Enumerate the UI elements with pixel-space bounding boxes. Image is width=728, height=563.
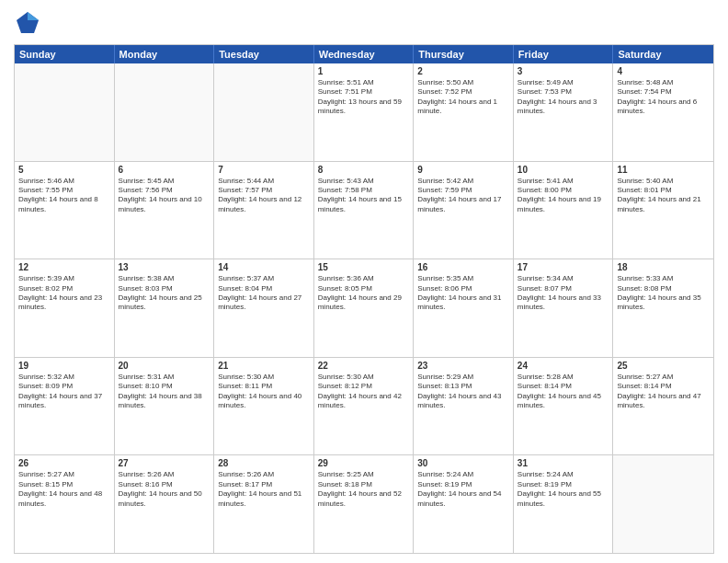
calendar-cell: 31Sunrise: 5:24 AMSunset: 8:19 PMDayligh… [514, 455, 614, 553]
cell-text: Sunrise: 5:28 AMSunset: 8:14 PMDaylight:… [518, 373, 609, 411]
calendar-cell: 26Sunrise: 5:27 AMSunset: 8:15 PMDayligh… [15, 455, 115, 553]
day-number: 14 [218, 262, 310, 272]
calendar-header-cell: Wednesday [314, 45, 415, 63]
day-number: 9 [417, 165, 509, 175]
calendar-cell: 22Sunrise: 5:30 AMSunset: 8:12 PMDayligh… [314, 358, 415, 455]
cell-text: Sunrise: 5:29 AMSunset: 8:13 PMDaylight:… [417, 373, 509, 411]
calendar-cell [214, 63, 314, 161]
calendar-cell: 7Sunrise: 5:44 AMSunset: 7:57 PMDaylight… [214, 162, 314, 259]
cell-text: Sunrise: 5:39 AMSunset: 8:02 PMDaylight:… [18, 274, 110, 313]
day-number: 27 [119, 458, 210, 468]
day-number: 24 [518, 361, 609, 371]
calendar-cell: 19Sunrise: 5:32 AMSunset: 8:09 PMDayligh… [15, 358, 115, 455]
cell-text: Sunrise: 5:34 AMSunset: 8:07 PMDaylight:… [518, 274, 609, 313]
calendar-cell: 17Sunrise: 5:34 AMSunset: 8:07 PMDayligh… [514, 259, 614, 357]
calendar-cell: 27Sunrise: 5:26 AMSunset: 8:16 PMDayligh… [115, 455, 215, 553]
cell-text: Sunrise: 5:48 AMSunset: 7:54 PMDaylight:… [617, 78, 710, 117]
cell-text: Sunrise: 5:24 AMSunset: 8:19 PMDaylight:… [417, 470, 509, 509]
calendar-row: 26Sunrise: 5:27 AMSunset: 8:15 PMDayligh… [15, 455, 713, 553]
cell-text: Sunrise: 5:46 AMSunset: 7:55 PMDaylight:… [18, 177, 110, 215]
day-number: 28 [218, 458, 310, 468]
logo [14, 9, 45, 37]
cell-text: Sunrise: 5:44 AMSunset: 7:57 PMDaylight:… [218, 177, 310, 215]
cell-text: Sunrise: 5:37 AMSunset: 8:04 PMDaylight:… [218, 274, 310, 313]
cell-text: Sunrise: 5:30 AMSunset: 8:12 PMDaylight:… [318, 373, 410, 411]
day-number: 12 [18, 262, 110, 272]
day-number: 15 [318, 262, 410, 272]
day-number: 4 [617, 66, 710, 76]
cell-text: Sunrise: 5:50 AMSunset: 7:52 PMDaylight:… [417, 78, 509, 117]
cell-text: Sunrise: 5:30 AMSunset: 8:11 PMDaylight:… [218, 373, 310, 411]
calendar-cell: 23Sunrise: 5:29 AMSunset: 8:13 PMDayligh… [414, 358, 514, 455]
cell-text: Sunrise: 5:41 AMSunset: 8:00 PMDaylight:… [518, 177, 609, 215]
calendar-cell: 25Sunrise: 5:27 AMSunset: 8:14 PMDayligh… [613, 358, 713, 455]
calendar-cell: 29Sunrise: 5:25 AMSunset: 8:18 PMDayligh… [314, 455, 415, 553]
day-number: 30 [417, 458, 509, 468]
day-number: 26 [18, 458, 110, 468]
calendar-cell [613, 455, 713, 553]
calendar-header-cell: Sunday [15, 45, 115, 63]
day-number: 5 [18, 165, 110, 175]
cell-text: Sunrise: 5:31 AMSunset: 8:10 PMDaylight:… [119, 373, 210, 411]
calendar-cell: 2Sunrise: 5:50 AMSunset: 7:52 PMDaylight… [414, 63, 514, 161]
calendar-cell: 12Sunrise: 5:39 AMSunset: 8:02 PMDayligh… [15, 259, 115, 357]
calendar-header-cell: Saturday [613, 45, 713, 63]
logo-icon [14, 9, 41, 37]
cell-text: Sunrise: 5:38 AMSunset: 8:03 PMDaylight:… [119, 274, 210, 313]
calendar-header-cell: Monday [115, 45, 215, 63]
calendar-cell: 9Sunrise: 5:42 AMSunset: 7:59 PMDaylight… [414, 162, 514, 259]
day-number: 29 [318, 458, 410, 468]
page: SundayMondayTuesdayWednesdayThursdayFrid… [0, 0, 728, 563]
day-number: 21 [218, 361, 310, 371]
calendar-cell: 11Sunrise: 5:40 AMSunset: 8:01 PMDayligh… [613, 162, 713, 259]
calendar-cell: 16Sunrise: 5:35 AMSunset: 8:06 PMDayligh… [414, 259, 514, 357]
cell-text: Sunrise: 5:43 AMSunset: 7:58 PMDaylight:… [318, 177, 410, 215]
cell-text: Sunrise: 5:49 AMSunset: 7:53 PMDaylight:… [518, 78, 609, 117]
cell-text: Sunrise: 5:32 AMSunset: 8:09 PMDaylight:… [18, 373, 110, 411]
cell-text: Sunrise: 5:27 AMSunset: 8:14 PMDaylight:… [617, 373, 710, 411]
cell-text: Sunrise: 5:25 AMSunset: 8:18 PMDaylight:… [318, 470, 410, 509]
day-number: 3 [518, 66, 609, 76]
calendar-cell [115, 63, 215, 161]
day-number: 11 [617, 165, 710, 175]
header [14, 9, 714, 37]
calendar-cell: 13Sunrise: 5:38 AMSunset: 8:03 PMDayligh… [115, 259, 215, 357]
calendar-header-cell: Tuesday [214, 45, 314, 63]
cell-text: Sunrise: 5:33 AMSunset: 8:08 PMDaylight:… [617, 274, 710, 313]
calendar-cell: 14Sunrise: 5:37 AMSunset: 8:04 PMDayligh… [214, 259, 314, 357]
calendar-cell: 20Sunrise: 5:31 AMSunset: 8:10 PMDayligh… [115, 358, 215, 455]
day-number: 19 [18, 361, 110, 371]
calendar-cell: 4Sunrise: 5:48 AMSunset: 7:54 PMDaylight… [613, 63, 713, 161]
calendar-cell: 8Sunrise: 5:43 AMSunset: 7:58 PMDaylight… [314, 162, 415, 259]
cell-text: Sunrise: 5:40 AMSunset: 8:01 PMDaylight:… [617, 177, 710, 215]
day-number: 20 [119, 361, 210, 371]
day-number: 22 [318, 361, 410, 371]
day-number: 6 [119, 165, 210, 175]
calendar-cell: 6Sunrise: 5:45 AMSunset: 7:56 PMDaylight… [115, 162, 215, 259]
day-number: 2 [417, 66, 509, 76]
day-number: 17 [518, 262, 609, 272]
calendar-header-row: SundayMondayTuesdayWednesdayThursdayFrid… [15, 45, 713, 63]
cell-text: Sunrise: 5:26 AMSunset: 8:17 PMDaylight:… [218, 470, 310, 509]
calendar-cell: 15Sunrise: 5:36 AMSunset: 8:05 PMDayligh… [314, 259, 415, 357]
cell-text: Sunrise: 5:42 AMSunset: 7:59 PMDaylight:… [417, 177, 509, 215]
calendar-cell: 30Sunrise: 5:24 AMSunset: 8:19 PMDayligh… [414, 455, 514, 553]
calendar-cell: 21Sunrise: 5:30 AMSunset: 8:11 PMDayligh… [214, 358, 314, 455]
calendar-body: 1Sunrise: 5:51 AMSunset: 7:51 PMDaylight… [15, 63, 713, 553]
calendar-cell: 24Sunrise: 5:28 AMSunset: 8:14 PMDayligh… [514, 358, 614, 455]
day-number: 13 [119, 262, 210, 272]
cell-text: Sunrise: 5:51 AMSunset: 7:51 PMDaylight:… [318, 78, 410, 117]
day-number: 10 [518, 165, 609, 175]
day-number: 23 [417, 361, 509, 371]
calendar: SundayMondayTuesdayWednesdayThursdayFrid… [14, 44, 714, 554]
calendar-header-cell: Thursday [414, 45, 514, 63]
calendar-row: 5Sunrise: 5:46 AMSunset: 7:55 PMDaylight… [15, 162, 713, 260]
day-number: 7 [218, 165, 310, 175]
day-number: 18 [617, 262, 710, 272]
day-number: 1 [318, 66, 410, 76]
calendar-cell: 1Sunrise: 5:51 AMSunset: 7:51 PMDaylight… [314, 63, 415, 161]
calendar-row: 12Sunrise: 5:39 AMSunset: 8:02 PMDayligh… [15, 259, 713, 358]
cell-text: Sunrise: 5:27 AMSunset: 8:15 PMDaylight:… [18, 470, 110, 509]
cell-text: Sunrise: 5:36 AMSunset: 8:05 PMDaylight:… [318, 274, 410, 313]
day-number: 25 [617, 361, 710, 371]
